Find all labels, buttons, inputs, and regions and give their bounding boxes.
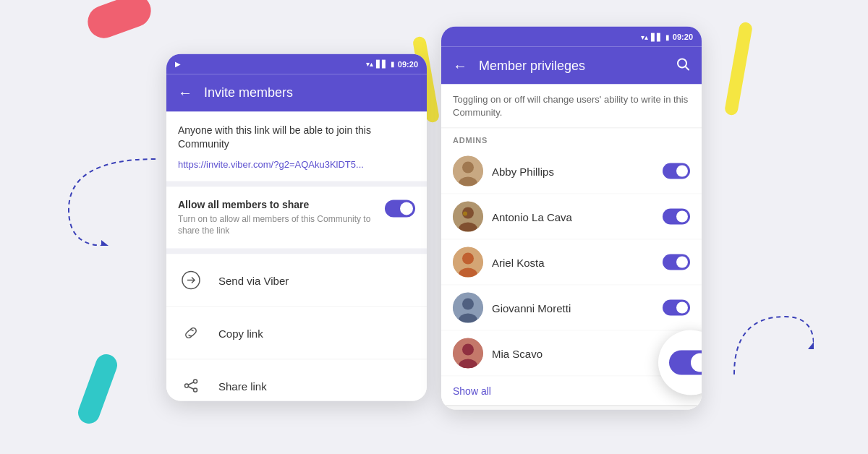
svg-line-8 bbox=[188, 387, 193, 389]
svg-point-17 bbox=[463, 212, 467, 216]
wifi-icon: ▾▴ bbox=[366, 60, 373, 68]
svg-point-12 bbox=[462, 162, 474, 174]
allow-share-desc: Turn on to allow all members of this Com… bbox=[178, 213, 376, 237]
invite-content: Anyone with this link will be able to jo… bbox=[166, 111, 427, 181]
search-icon[interactable] bbox=[676, 56, 690, 74]
svg-marker-1 bbox=[808, 342, 814, 349]
member-name-antonio: Antonio La Cava bbox=[492, 210, 654, 223]
member-name-giovanni: Giovanni Moretti bbox=[492, 301, 654, 314]
other-members-section: ALL OTHER MEMBERS Can send messages bbox=[441, 406, 702, 410]
avatar-giovanni bbox=[453, 293, 483, 323]
header-title-left: Invite members bbox=[204, 85, 415, 100]
status-time-right: 09:20 bbox=[673, 33, 693, 41]
copy-link-icon bbox=[178, 320, 204, 346]
invite-description: Anyone with this link will be able to jo… bbox=[178, 123, 415, 151]
phones-container: ▶ ▾▴ ▋▋ ▮ 09:20 ← Invite members Anyone … bbox=[166, 45, 702, 410]
battery-icon: ▮ bbox=[391, 60, 395, 68]
privilege-description: Toggling on or off will change users' ab… bbox=[441, 85, 702, 129]
phone-invite-members: ▶ ▾▴ ▋▋ ▮ 09:20 ← Invite members Anyone … bbox=[166, 53, 427, 401]
member-row-ariel: Ariel Kosta bbox=[441, 240, 702, 286]
member-row-antonio: Antonio La Cava bbox=[441, 194, 702, 240]
wifi-icon-r: ▾▴ bbox=[641, 33, 648, 40]
share-link-label: Share link bbox=[218, 380, 267, 392]
svg-line-10 bbox=[686, 67, 689, 70]
back-button-left[interactable]: ← bbox=[178, 85, 192, 101]
status-bar-left: ▶ ▾▴ ▋▋ ▮ 09:20 bbox=[166, 53, 427, 74]
svg-point-25 bbox=[462, 344, 474, 356]
member-name-abby: Abby Phillips bbox=[492, 165, 654, 177]
action-copy-link[interactable]: Copy link bbox=[166, 307, 427, 360]
toggle-antonio[interactable] bbox=[663, 209, 690, 225]
member-name-ariel: Ariel Kosta bbox=[492, 256, 654, 268]
svg-point-5 bbox=[185, 384, 189, 387]
svg-point-22 bbox=[462, 299, 474, 310]
avatar-abby bbox=[453, 156, 483, 187]
avatar-ariel bbox=[453, 247, 483, 278]
copy-link-label: Copy link bbox=[218, 327, 263, 339]
header-invite: ← Invite members bbox=[166, 74, 427, 111]
svg-marker-0 bbox=[101, 240, 109, 246]
status-time-left: 09:20 bbox=[398, 59, 418, 68]
status-icons-left: ▾▴ ▋▋ ▮ 09:20 bbox=[366, 59, 418, 68]
admins-section-label: ADMINS bbox=[441, 129, 702, 149]
toggle-giovanni[interactable] bbox=[663, 300, 690, 316]
svg-point-19 bbox=[462, 253, 474, 265]
send-via-viber-icon bbox=[178, 267, 204, 294]
status-icons-right: ▾▴ ▋▋ ▮ 09:20 bbox=[641, 33, 693, 41]
svg-point-4 bbox=[194, 380, 197, 383]
allow-share-title: Allow all members to share bbox=[178, 198, 376, 210]
deco-teal-blob bbox=[75, 351, 120, 427]
allow-share-row: Allow all members to share Turn on to al… bbox=[166, 187, 427, 249]
svg-line-7 bbox=[188, 382, 193, 385]
battery-icon-r: ▮ bbox=[665, 33, 670, 40]
svg-point-6 bbox=[194, 388, 197, 392]
play-icon: ▶ bbox=[175, 60, 181, 68]
header-title-right: Member privileges bbox=[479, 58, 664, 73]
invite-link[interactable]: https://invite.viber.com/?g2=AQAku3KlDT5… bbox=[178, 158, 415, 169]
member-row-abby: Abby Phillips bbox=[441, 149, 702, 194]
deco-pink-blob bbox=[83, 0, 156, 43]
divider-2 bbox=[166, 249, 427, 254]
avatar-mia bbox=[453, 338, 483, 369]
signal-icon-r: ▋▋ bbox=[651, 33, 663, 40]
deco-dashed-arch-left bbox=[61, 152, 163, 246]
status-bar-right: ▾▴ ▋▋ ▮ 09:20 bbox=[441, 27, 702, 47]
action-share-link[interactable]: Share link bbox=[166, 360, 427, 401]
header-privileges: ← Member privileges bbox=[441, 47, 702, 85]
avatar-antonio bbox=[453, 202, 483, 232]
send-via-viber-label: Send via Viber bbox=[218, 274, 289, 286]
member-row-giovanni: Giovanni Moretti bbox=[441, 286, 702, 331]
action-send-viber[interactable]: Send via Viber bbox=[166, 254, 427, 307]
big-toggle-button[interactable] bbox=[669, 351, 702, 375]
member-name-mia: Mia Scavo bbox=[492, 347, 654, 359]
allow-share-text: Allow all members to share Turn on to al… bbox=[178, 198, 376, 237]
share-link-icon bbox=[178, 373, 204, 399]
deco-dashed-arch-right bbox=[727, 309, 814, 382]
allow-share-toggle[interactable] bbox=[385, 200, 415, 217]
back-button-right[interactable]: ← bbox=[453, 57, 467, 74]
show-all-button[interactable]: Show all bbox=[441, 377, 702, 406]
deco-yellow-right bbox=[724, 21, 753, 116]
signal-icon: ▋▋ bbox=[376, 60, 388, 68]
toggle-abby[interactable] bbox=[663, 163, 690, 179]
phone-member-privileges: ▾▴ ▋▋ ▮ 09:20 ← Member privileges Toggli… bbox=[441, 27, 702, 410]
divider-1 bbox=[166, 181, 427, 187]
toggle-ariel[interactable] bbox=[663, 254, 690, 270]
